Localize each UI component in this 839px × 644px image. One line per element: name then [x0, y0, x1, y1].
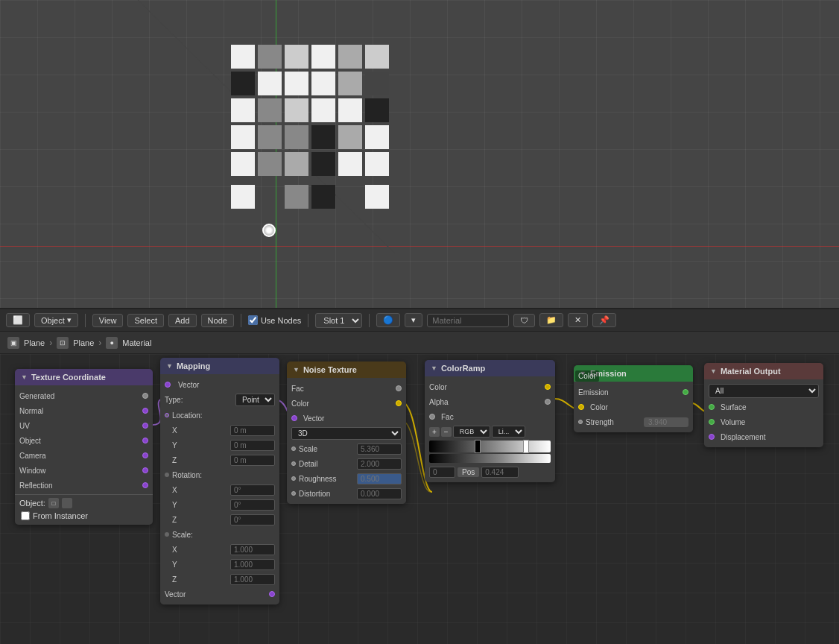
- sep-3: [308, 314, 308, 327]
- matout-all-dropdown[interactable]: All: [709, 384, 819, 398]
- noise-mode-dropdown[interactable]: 3D: [291, 427, 402, 440]
- noise-scale-label: Scale: [299, 445, 354, 453]
- noise-distortion-input[interactable]: [357, 488, 402, 499]
- from-instancer-row: From Instancer: [15, 510, 153, 522]
- colorramp-controls-row: + − RGB Li...: [425, 424, 555, 439]
- viewport-icon-button[interactable]: ⬜: [6, 313, 30, 327]
- mapping-rx-row: X: [160, 482, 279, 497]
- use-nodes-check[interactable]: Use Nodes: [248, 315, 301, 325]
- emission-strength-input[interactable]: [644, 417, 688, 427]
- noise-roughness-input[interactable]: [357, 473, 402, 484]
- sq-5: [338, 45, 362, 69]
- texcoord-normal-socket: [142, 408, 148, 414]
- sq-15: [285, 98, 308, 122]
- colorramp-fac-socket: [429, 414, 435, 420]
- colorramp-interp-dropdown[interactable]: Li...: [492, 426, 525, 438]
- noise-scale-input[interactable]: [357, 443, 402, 455]
- mapping-y-input[interactable]: [230, 440, 275, 451]
- mapping-location-dot: [165, 413, 169, 417]
- mapping-vector-in-socket: [165, 382, 171, 388]
- noise-detail-input[interactable]: [357, 458, 402, 470]
- colorramp-alpha-socket: [545, 399, 551, 405]
- node-colorramp: ▼ ColorRamp Color Alpha Fac + − RGB: [425, 360, 555, 482]
- mapping-ry-label: Y: [165, 501, 227, 509]
- sq-17: [338, 98, 362, 122]
- node-noise-header: ▼ Noise Texture: [287, 362, 406, 378]
- texcoord-uv-label: UV: [19, 422, 139, 430]
- mapping-sx-label: X: [165, 546, 227, 554]
- mapping-type-dropdown[interactable]: Point: [235, 394, 275, 406]
- ramp-handle-black[interactable]: [475, 440, 481, 453]
- slot-dropdown[interactable]: Slot 1: [315, 313, 362, 328]
- mapping-sy-input[interactable]: [230, 559, 275, 570]
- noise-mode-row: 3D: [287, 426, 406, 441]
- emission-color-socket: [578, 404, 584, 410]
- mapping-rz-row: Z: [160, 512, 279, 527]
- node-menu[interactable]: Node: [201, 314, 234, 327]
- select-menu[interactable]: Select: [127, 314, 164, 327]
- texcoord-uv-row: UV: [15, 418, 153, 433]
- toolbar: ⬜ Object ▾ View Select Add Node Use Node…: [0, 309, 839, 332]
- colorramp-add-btn[interactable]: +: [429, 427, 440, 437]
- noise-distortion-dot: [291, 491, 296, 496]
- node-noise-body: Fac Color Vector 3D Scale: [287, 378, 406, 504]
- mode-dropdown[interactable]: Object ▾: [34, 313, 78, 327]
- texcoord-generated-label: Generated: [19, 392, 139, 400]
- sq-14: [258, 98, 282, 122]
- sphere-icon-button2[interactable]: ▾: [405, 313, 422, 327]
- node-texcoord-body: Generated Normal UV Object Camera Window: [15, 385, 153, 525]
- texcoord-window-socket: [142, 467, 148, 473]
- texcoord-sep: [15, 494, 153, 495]
- use-nodes-checkbox[interactable]: [248, 315, 258, 325]
- mapping-rz-input[interactable]: [230, 514, 275, 525]
- mapping-rx-input[interactable]: [230, 484, 275, 496]
- mapping-z-input[interactable]: [230, 455, 275, 466]
- material-name-input[interactable]: [427, 314, 509, 327]
- breadcrumb: ▣ Plane › ⊡ Plane › ● Material: [0, 332, 839, 354]
- emission-color-row: Color: [574, 400, 693, 414]
- add-menu[interactable]: Add: [168, 314, 197, 327]
- sq-19: [231, 125, 255, 149]
- mapping-x-label: X: [165, 426, 227, 435]
- mapping-scale-dot: [165, 532, 169, 537]
- mapping-ry-input[interactable]: [230, 499, 275, 511]
- mapping-z-label: Z: [165, 456, 227, 464]
- noise-roughness-row: Roughness: [287, 471, 406, 486]
- sq-13: [231, 98, 255, 122]
- mapping-sy-row: Y: [160, 557, 279, 572]
- from-instancer-label: From Instancer: [33, 511, 88, 520]
- colorramp-gradient-bar[interactable]: [429, 441, 551, 452]
- viewport: [0, 0, 839, 309]
- mapping-sz-input[interactable]: [230, 574, 275, 585]
- mapping-x-input[interactable]: [230, 425, 275, 436]
- noise-distortion-row: Distortion: [287, 486, 406, 501]
- breadcrumb-material-label: Material: [122, 338, 151, 347]
- mapping-sx-row: X: [160, 542, 279, 557]
- colorramp-pos-label-btn[interactable]: Pos: [458, 467, 479, 477]
- eyedropper-button[interactable]: [62, 498, 72, 508]
- node-editor: ▼ Texture Coordinate Generated Normal UV…: [0, 354, 839, 644]
- node-colorramp-title: ColorRamp: [441, 364, 485, 373]
- view-menu[interactable]: View: [92, 314, 124, 327]
- mapping-sz-label: Z: [165, 575, 227, 584]
- noise-roughness-label: Roughness: [299, 475, 354, 483]
- shield-icon-button[interactable]: 🛡: [513, 314, 535, 327]
- pin-icon-button[interactable]: 📌: [592, 313, 616, 327]
- colorramp-remove-btn[interactable]: −: [441, 427, 452, 437]
- sq-18: [365, 98, 389, 122]
- colorramp-color-row: Color: [425, 379, 555, 394]
- colorramp-pos-value-input[interactable]: [481, 467, 519, 478]
- from-instancer-checkbox[interactable]: [21, 511, 30, 520]
- noise-fac-socket: [396, 385, 402, 391]
- colorramp-pos-row: Pos: [425, 464, 555, 479]
- ramp-handle-white[interactable]: [523, 440, 529, 453]
- colorramp-pos-num-input[interactable]: [429, 467, 455, 478]
- colorramp-alpha-label: Alpha: [429, 398, 539, 406]
- sphere-icon-button[interactable]: 🔵: [376, 313, 400, 327]
- folder-icon-button[interactable]: 📁: [539, 313, 563, 327]
- sq-31: [231, 185, 255, 209]
- close-icon-button[interactable]: ✕: [568, 313, 588, 327]
- mapping-sx-input[interactable]: [230, 544, 275, 555]
- sq-28: [311, 152, 335, 176]
- colorramp-mode-dropdown[interactable]: RGB: [453, 426, 490, 438]
